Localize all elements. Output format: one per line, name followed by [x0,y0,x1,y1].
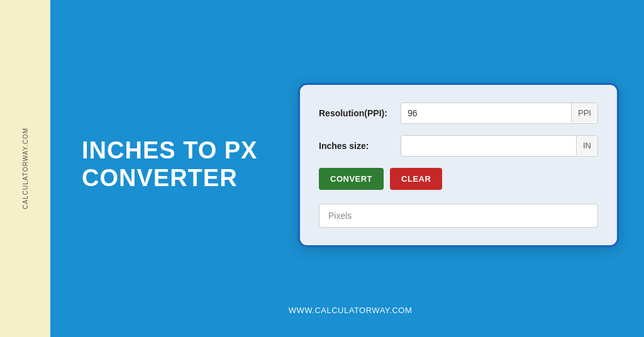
footer-text: WWW.CALCULATORWAY.COM [289,306,413,315]
main-area: INCHES TO PX CONVERTER Resolution(PPI): … [50,0,644,337]
footer: WWW.CALCULATORWAY.COM [82,304,619,318]
resolution-row: Resolution(PPI): PPI [319,102,598,124]
inches-input-wrapper: IN [401,135,598,157]
button-row: CONVERT CLEAR [319,168,598,190]
inches-row: Inches size: IN [319,135,598,157]
sidebar-label: CALCULATORWAY.COM [22,128,29,209]
result-row: Pixels [319,204,598,228]
content-row: INCHES TO PX CONVERTER Resolution(PPI): … [82,25,619,304]
inches-label: Inches size: [319,141,401,151]
result-box: Pixels [319,204,598,228]
inches-unit: IN [576,136,597,155]
convert-button[interactable]: CONVERT [319,168,384,190]
clear-button[interactable]: CLEAR [390,168,442,190]
converter-card: Resolution(PPI): PPI Inches size: IN CON… [298,83,619,247]
inches-input[interactable] [401,136,576,156]
page-title: INCHES TO PX CONVERTER [82,137,257,192]
resolution-input-wrapper: PPI [401,102,598,124]
resolution-label: Resolution(PPI): [319,108,401,118]
heading-block: INCHES TO PX CONVERTER [82,137,257,192]
sidebar: CALCULATORWAY.COM [0,0,50,337]
resolution-unit: PPI [571,103,597,123]
resolution-input[interactable] [401,103,571,123]
